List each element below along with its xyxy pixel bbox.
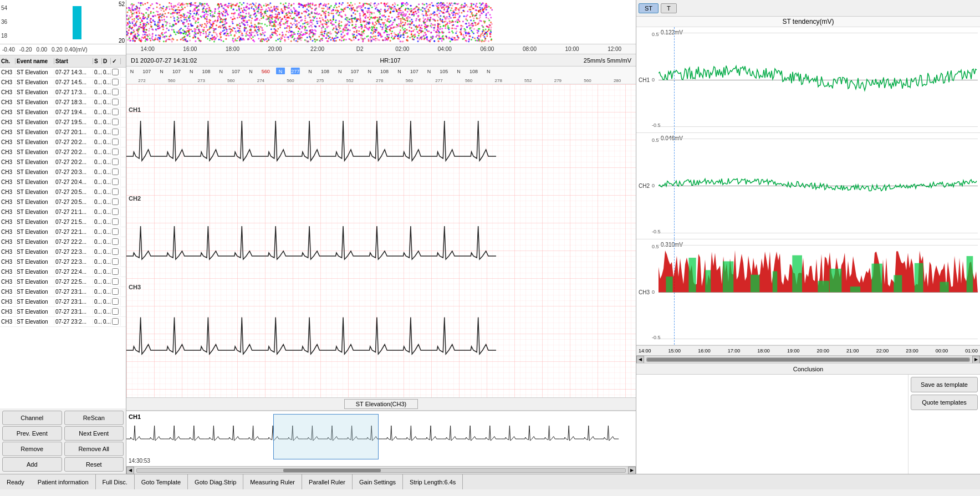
tendency-scroll-thumb[interactable] <box>647 358 969 361</box>
event-checkbox[interactable] <box>112 89 119 95</box>
event-row[interactable]: CH3 ST Elevation 07-27 22:1... 0... 0... <box>0 227 126 237</box>
event-checkbox[interactable] <box>112 168 119 175</box>
event-checkbox[interactable] <box>112 129 119 135</box>
tendency-scroll-track[interactable] <box>646 357 970 362</box>
event-d: 0... <box>102 209 111 215</box>
event-row[interactable]: CH3 ST Elevation 07-27 21:5... 0... 0... <box>0 217 126 227</box>
event-checkbox[interactable] <box>112 149 119 155</box>
svg-point-55 <box>343 11 344 12</box>
event-checkbox[interactable] <box>112 119 119 125</box>
svg-text:560: 560 <box>168 78 176 83</box>
svg-point-1047 <box>149 33 150 35</box>
conclusion-text[interactable] <box>636 375 908 474</box>
event-checkbox[interactable] <box>112 278 119 285</box>
add-button[interactable]: Add <box>2 457 62 472</box>
event-checkbox[interactable] <box>112 109 119 115</box>
event-checkbox[interactable] <box>112 298 119 305</box>
strip-length-button[interactable]: Strip Length:6.4s <box>403 474 463 489</box>
event-checkbox[interactable] <box>112 69 119 75</box>
event-row[interactable]: CH3 ST Elevation 07-27 22:3... 0... 0... <box>0 247 126 257</box>
event-row[interactable]: CH3 ST Elevation 07-27 22:5... 0... 0... <box>0 277 126 287</box>
event-checkbox[interactable] <box>112 218 119 225</box>
rescan-button[interactable]: ReScan <box>64 411 124 425</box>
event-row[interactable]: CH3 ST Elevation 07-27 20:5... 0... 0... <box>0 197 126 207</box>
svg-point-1529 <box>352 33 354 35</box>
svg-point-2763 <box>348 24 350 26</box>
event-checkbox[interactable] <box>112 288 119 295</box>
remove-all-button[interactable]: Remove All <box>64 442 124 456</box>
event-checkbox[interactable] <box>112 238 119 245</box>
event-row[interactable]: CH3 ST Elevation 07-27 19:5... 0... 0... <box>0 117 126 127</box>
event-row[interactable]: CH3 ST Elevation 07-27 14:5... 0... 0... <box>0 78 126 88</box>
event-row[interactable]: CH3 ST Elevation 07-27 18:3... 0... 0... <box>0 98 126 108</box>
svg-point-1624 <box>266 9 267 11</box>
event-row[interactable]: CH3 ST Elevation 07-27 22:2... 0... 0... <box>0 237 126 247</box>
event-row[interactable]: CH3 ST Elevation 07-27 17:3... 0... 0... <box>0 88 126 98</box>
event-checkbox[interactable] <box>112 248 119 255</box>
event-row[interactable]: CH3 ST Elevation 07-27 20:3... 0... 0... <box>0 167 126 177</box>
remove-button[interactable]: Remove <box>2 442 62 456</box>
next-event-button[interactable]: Next Event <box>64 426 124 441</box>
tendency-scrollbar[interactable]: ◀ ▶ <box>636 355 980 363</box>
t-mode-button[interactable]: T <box>661 3 677 13</box>
svg-point-1329 <box>267 4 268 6</box>
event-row[interactable]: CH3 ST Elevation 07-27 20:4... 0... 0... <box>0 177 126 187</box>
event-checkbox[interactable] <box>112 208 119 215</box>
mini-scrollbar[interactable]: ◀ ▶ <box>126 466 636 474</box>
svg-point-2925 <box>215 32 217 33</box>
goto-template-button[interactable]: Goto Template <box>135 474 188 489</box>
svg-point-1445 <box>305 12 307 13</box>
event-checkbox[interactable] <box>112 318 119 325</box>
event-row[interactable]: CH3 ST Elevation 07-27 23:1... 0... 0... <box>0 287 126 297</box>
quote-templates-button[interactable]: Quote templates <box>911 395 978 410</box>
event-row[interactable]: CH3 ST Elevation 07-27 20:2... 0... 0... <box>0 137 126 147</box>
event-checkbox[interactable] <box>112 268 119 275</box>
mini-selection-box[interactable] <box>273 414 379 459</box>
event-checkbox[interactable] <box>112 188 119 195</box>
event-row[interactable]: CH3 ST Elevation 07-27 19:4... 0... 0... <box>0 108 126 117</box>
svg-point-2978 <box>344 14 346 16</box>
event-checkbox[interactable] <box>112 158 119 165</box>
scroll-left-arrow[interactable]: ◀ <box>126 467 134 474</box>
parallel-ruler-button[interactable]: Parallel Ruler <box>302 474 353 489</box>
full-disc-button[interactable]: Full Disc. <box>96 474 135 489</box>
event-checkbox[interactable] <box>112 178 119 185</box>
event-row[interactable]: CH3 ST Elevation 07-27 20:1... 0... 0... <box>0 127 126 137</box>
event-row[interactable]: CH3 ST Elevation 07-27 20:2... 0... 0... <box>0 147 126 157</box>
event-checkbox[interactable] <box>112 99 119 105</box>
event-ch: CH3 <box>0 199 16 205</box>
channel-button[interactable]: Channel <box>2 411 62 425</box>
event-row[interactable]: CH3 ST Elevation 07-27 23:1... 0... 0... <box>0 297 126 307</box>
gain-settings-button[interactable]: Gain Settings <box>353 474 403 489</box>
event-row[interactable]: CH3 ST Elevation 07-27 22:4... 0... 0... <box>0 267 126 277</box>
tendency-scroll-right[interactable]: ▶ <box>972 356 980 364</box>
event-checkbox[interactable] <box>112 228 119 235</box>
svg-point-2356 <box>251 20 252 22</box>
scrollbar-track[interactable] <box>136 468 626 473</box>
goto-diag-strip-button[interactable]: Goto Diag.Strip <box>188 474 243 489</box>
event-row[interactable]: CH3 ST Elevation 07-27 20:5... 0... 0... <box>0 187 126 197</box>
event-row[interactable]: CH3 ST Elevation 07-27 14:3... 0... 0... <box>0 68 126 78</box>
event-list[interactable]: CH3 ST Elevation 07-27 14:3... 0... 0...… <box>0 68 126 408</box>
save-template-button[interactable]: Save as template <box>911 377 978 392</box>
event-checkbox[interactable] <box>112 79 119 85</box>
scroll-right-arrow[interactable]: ▶ <box>628 467 636 474</box>
event-row[interactable]: CH3 ST Elevation 07-27 22:3... 0... 0... <box>0 257 126 267</box>
patient-info-button[interactable]: Patient information <box>31 474 96 489</box>
event-checkbox[interactable] <box>112 308 119 315</box>
prev-event-button[interactable]: Prev. Event <box>2 426 62 441</box>
svg-point-2964 <box>154 39 156 40</box>
reset-button[interactable]: Reset <box>64 457 124 472</box>
event-checkbox[interactable] <box>112 258 119 265</box>
event-row[interactable]: CH3 ST Elevation 07-27 23:1... 0... 0... <box>0 307 126 317</box>
event-row[interactable]: CH3 ST Elevation 07-27 20:2... 0... 0... <box>0 157 126 167</box>
event-row[interactable]: CH3 ST Elevation 07-27 23:2... 0... 0... <box>0 317 126 327</box>
event-row[interactable]: CH3 ST Elevation 07-27 21:1... 0... 0... <box>0 207 126 217</box>
st-mode-button[interactable]: ST <box>639 3 659 13</box>
measuring-ruler-button[interactable]: Measuring Ruler <box>243 474 302 489</box>
scrollbar-thumb[interactable] <box>283 469 381 472</box>
svg-point-912 <box>400 18 401 20</box>
event-checkbox[interactable] <box>112 198 119 205</box>
tendency-scroll-left[interactable]: ◀ <box>636 356 644 364</box>
event-checkbox[interactable] <box>112 139 119 145</box>
